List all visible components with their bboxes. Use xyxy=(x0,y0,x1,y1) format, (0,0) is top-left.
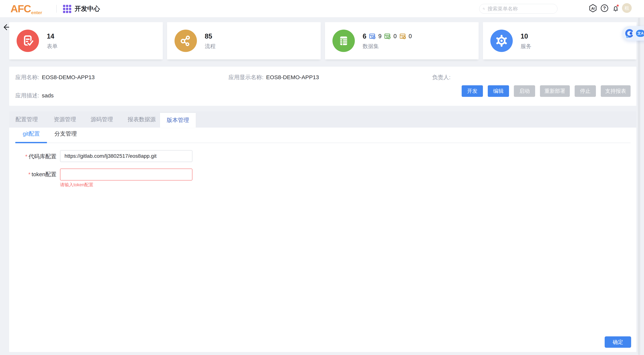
dataset-config-icon xyxy=(399,33,406,40)
app-description-value: sads xyxy=(42,92,54,98)
redeploy-button[interactable]: 重新部署 xyxy=(540,85,570,97)
forms-label: 表单 xyxy=(47,43,58,50)
repo-config-label: *代码库配置 xyxy=(9,153,56,160)
start-button[interactable]: 启动 xyxy=(514,85,535,97)
app-display-name-value: EOS8-DEMO-APP13 xyxy=(266,74,319,80)
app-description-label: 应用描述: xyxy=(15,92,39,98)
app-description-field: 应用描述:sads xyxy=(15,92,54,99)
logo-text-main: AFC xyxy=(10,3,31,14)
app-info-panel: 应用名称:EOS8-DEMO-APP13 应用显示名称:EOS8-DEMO-AP… xyxy=(9,67,636,106)
confirm-button[interactable]: 确定 xyxy=(605,336,631,348)
svg-text:AI: AI xyxy=(591,7,594,10)
services-count: 10 xyxy=(520,32,532,40)
datasets-label: 数据集 xyxy=(363,43,412,50)
stat-card-datasets: 6 9 0 xyxy=(325,22,478,59)
notification-dot xyxy=(617,5,619,7)
notifications-bell-icon[interactable] xyxy=(611,4,620,13)
avatar-text: 租 xyxy=(624,5,629,11)
required-asterisk: * xyxy=(28,171,30,177)
owner-field: 负责人: xyxy=(432,73,453,81)
token-error-message: 请输入token配置 xyxy=(60,182,94,188)
user-avatar[interactable]: 租 xyxy=(622,3,632,13)
help-icon[interactable]: ? xyxy=(600,4,609,13)
top-header: AFC enter 开发中心 AI ? xyxy=(0,0,644,17)
support-report-button[interactable]: 支持报表 xyxy=(601,85,630,97)
search-icon xyxy=(483,6,485,11)
stop-button[interactable]: 停止 xyxy=(575,85,596,97)
dataset-query-icon xyxy=(384,33,391,40)
app-name-label: 应用名称: xyxy=(15,74,39,80)
stat-card-flows: 85 流程 xyxy=(167,22,321,59)
forms-count: 14 xyxy=(47,32,58,40)
edit-button[interactable]: 编辑 xyxy=(488,85,509,97)
app-display-name-field: 应用显示名称:EOS8-DEMO-APP13 xyxy=(228,73,319,81)
app-window: AFC enter 开发中心 AI ? xyxy=(0,0,644,355)
subtab-branch-management[interactable]: 分支管理 xyxy=(54,130,77,138)
page-scrollbar[interactable] xyxy=(638,18,640,355)
token-config-label: *token配置 xyxy=(9,171,56,178)
flows-label: 流程 xyxy=(205,43,216,50)
ai-assistant-icon[interactable]: AI xyxy=(588,4,598,13)
app-grid-icon[interactable] xyxy=(63,5,71,13)
dataset-config-count: 0 xyxy=(409,33,412,40)
svg-text:?: ? xyxy=(603,5,606,10)
dataset-db-count: 9 xyxy=(378,33,382,40)
menu-search[interactable] xyxy=(479,4,558,13)
subtab-divider xyxy=(15,143,630,143)
develop-button[interactable]: 开发 xyxy=(462,85,483,97)
stat-card-forms: 14 表单 xyxy=(9,22,163,59)
subtab-git-config[interactable]: git配置 xyxy=(23,130,40,138)
tab-config-management[interactable]: 配置管理 xyxy=(16,111,38,128)
dataset-db-icon xyxy=(369,33,376,40)
afcenter-logo[interactable]: AFC enter xyxy=(10,0,42,17)
tab-source-management[interactable]: 源码管理 xyxy=(90,111,113,128)
repo-config-input[interactable] xyxy=(60,150,192,162)
floating-assistant-widget[interactable]: 文A xyxy=(622,26,644,41)
logo-text-sub: enter xyxy=(31,10,42,15)
app-name-field: 应用名称:EOS8-DEMO-APP13 xyxy=(15,73,95,81)
services-label: 服务 xyxy=(520,43,532,50)
translate-icon[interactable]: 文A xyxy=(636,30,644,37)
datasets-count: 6 xyxy=(363,32,366,40)
app-name-value: EOS8-DEMO-APP13 xyxy=(42,74,94,80)
dataset-query-count: 0 xyxy=(394,33,396,40)
table-icon xyxy=(332,30,355,52)
app-display-name-label: 应用显示名称: xyxy=(228,74,264,80)
active-subtab-underline xyxy=(15,142,47,143)
owner-label: 负责人: xyxy=(432,74,450,80)
token-config-input[interactable] xyxy=(60,169,192,180)
tab-report-datasource[interactable]: 报表数据源 xyxy=(128,111,156,128)
stat-card-services: 10 服务 xyxy=(483,22,636,59)
tab-version-management[interactable]: 版本管理 xyxy=(160,113,196,128)
form-check-icon xyxy=(16,30,39,52)
gear-icon xyxy=(490,30,513,52)
flows-count: 85 xyxy=(205,32,216,40)
share-icon xyxy=(174,30,197,52)
search-input[interactable] xyxy=(487,6,554,12)
main-panel: 配置管理 资源管理 源码管理 报表数据源 版本管理 git配置 分支管理 *代码… xyxy=(9,111,636,352)
assistant-logo-icon[interactable] xyxy=(624,28,634,38)
required-asterisk: * xyxy=(25,153,28,159)
tab-strip: 配置管理 资源管理 源码管理 报表数据源 版本管理 xyxy=(9,111,636,128)
tab-resource-management[interactable]: 资源管理 xyxy=(54,111,76,128)
page-title: 开发中心 xyxy=(74,0,100,17)
header-divider xyxy=(56,5,57,13)
